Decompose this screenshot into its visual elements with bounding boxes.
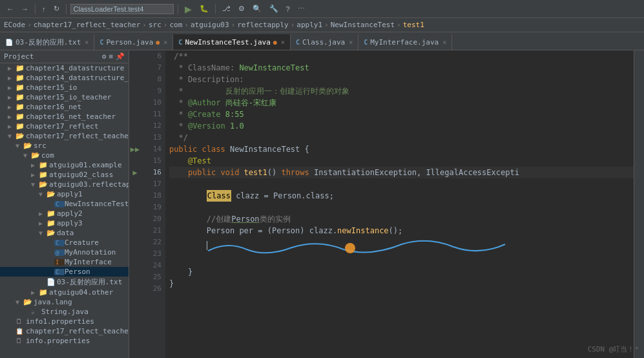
gutter-line-12 — [129, 120, 141, 132]
code-line-16: public void test1() throws Instantiation… — [169, 167, 634, 178]
folder-icon-open: 📂 — [47, 190, 57, 198]
toolbar-separator — [35, 4, 36, 14]
editor-area: ▶▶ ▶ — [129, 50, 644, 358]
tab-class-close[interactable]: × — [349, 39, 353, 46]
sidebar-item-myannotation[interactable]: ▶ @ MyAnnotation — [0, 247, 129, 257]
refresh-button[interactable]: ↻ — [51, 3, 62, 14]
sidebar-item-com[interactable]: ▼ 📂 com — [0, 151, 129, 160]
help-button[interactable]: ? — [284, 4, 293, 14]
forward-button[interactable]: → — [19, 4, 31, 14]
class-icon: C — [54, 240, 65, 246]
sidebar-item-ch14[interactable]: ▶ 📁 chapter14_datastructure — [0, 63, 129, 73]
tab-txt[interactable]: 📄 03-反射的应用.txt × — [0, 34, 94, 50]
settings-button[interactable]: ⚙ — [236, 3, 247, 14]
sidebar-item-stringjava[interactable]: ▶ ☕ String.java — [0, 307, 129, 317]
sidebar-item-atguigu02[interactable]: ▶ 📁 atguigu02_class — [0, 170, 129, 180]
run-config-input[interactable] — [70, 4, 174, 14]
tab-newinstance-close[interactable]: × — [281, 39, 285, 46]
debug-button[interactable]: 🐛 — [197, 3, 211, 14]
gutter-line-13 — [129, 132, 141, 143]
sidebar-item-ch16[interactable]: ▶ 📁 chapter16_net — [0, 102, 129, 112]
annotation-icon: @ — [54, 249, 65, 256]
sidebar-item-atguigu01[interactable]: ▶ 📁 atguigu01.example — [0, 160, 129, 170]
sidebar-item-03txt[interactable]: ▶ 📄 03-反射的应用.txt — [0, 277, 129, 288]
folder-icon-open: 📂 — [47, 229, 57, 237]
sidebar-item-ch14t[interactable]: ▶ 📁 chapter14_datastructure_teacher — [0, 73, 129, 83]
sidebar-settings-icon[interactable]: ⚙ — [102, 52, 107, 61]
myinterface-java-icon: C — [364, 39, 368, 46]
tools-button[interactable]: 🔧 — [267, 3, 281, 14]
tab-newinstance[interactable]: C NewInstanceTest.java ● × — [173, 34, 291, 50]
gutter-line-8 — [129, 74, 141, 85]
breadcrumb-src[interactable]: src — [149, 21, 161, 29]
sidebar-item-label: Person — [65, 268, 90, 276]
sidebar-item-iml[interactable]: ▶ 📋 chapter17_reflect_teacher.iml — [0, 326, 129, 336]
sidebar-item-creature[interactable]: ▶ C Creature — [0, 238, 129, 247]
up-button[interactable]: ↑ — [39, 4, 48, 14]
code-area[interactable]: /** * ClassName: NewInstanceTest * Descr… — [165, 50, 634, 358]
sidebar-item-ch17[interactable]: ▶ 📁 chapter17_reflect — [0, 121, 129, 131]
breadcrumb-newinstancetest[interactable]: NewInstanceTest — [331, 21, 395, 29]
breadcrumb-apply1[interactable]: apply1 — [296, 21, 322, 29]
sidebar-item-atguigu03[interactable]: ▼ 📂 atguigu03.reflectapply — [0, 180, 129, 189]
code-line-21: Person per = (Person) clazz.newInstance(… — [169, 225, 634, 237]
breadcrumb-atguigu03[interactable]: atguigu03 — [191, 21, 229, 29]
sidebar-item-ch15io[interactable]: ▶ 📁 chapter15_io — [0, 83, 129, 92]
tab-myinterface[interactable]: C MyInterface.java × — [358, 34, 452, 50]
sidebar-pin-icon[interactable]: 📌 — [116, 52, 125, 61]
breadcrumb-reflectapply[interactable]: reflectapply — [237, 21, 288, 29]
ln-10: 10 — [141, 97, 161, 109]
sidebar-item-data[interactable]: ▼ 📂 data — [0, 228, 129, 238]
tab-person-close[interactable]: × — [163, 39, 167, 46]
editor-wrapper: 📄 03-反射的应用.txt × C Person.java ● × C New… — [0, 32, 644, 358]
gutter-class-run[interactable]: ▶▶ — [129, 143, 141, 155]
props-icon: 🗒 — [16, 317, 26, 326]
sidebar-item-javalang[interactable]: ▼ 📂 java.lang — [0, 297, 129, 307]
breadcrumb-project[interactable]: chapter17_reflect_teacher — [34, 21, 141, 29]
tab-person[interactable]: C Person.java ● × — [94, 34, 173, 50]
gutter-line-25 — [129, 271, 141, 283]
run-button[interactable]: ▶ — [182, 3, 194, 16]
tab-txt-close[interactable]: × — [85, 39, 88, 46]
tab-person-label: Person.java — [106, 38, 153, 47]
sidebar-collapse-icon[interactable]: ≡ — [109, 52, 113, 61]
sidebar-item-myinterface[interactable]: ▶ I MyInterface — [0, 257, 129, 267]
sidebar-item-ch16t[interactable]: ▶ 📁 chapter16_net_teacher — [0, 112, 129, 121]
sidebar-item-apply1[interactable]: ▼ 📂 apply1 — [0, 189, 129, 199]
breadcrumb-ecode[interactable]: ECode — [4, 21, 25, 29]
sidebar-item-apply3[interactable]: ▶ 📁 apply3 — [0, 218, 129, 228]
folder-icon: 📁 — [39, 161, 49, 169]
git-button[interactable]: ⎇ — [220, 3, 233, 14]
more-button[interactable]: ⋯ — [295, 3, 307, 14]
code-line-17 — [169, 178, 634, 190]
sidebar-item-label: apply3 — [57, 219, 83, 227]
gutter-line-24 — [129, 260, 141, 271]
code-line-13: */ — [169, 132, 634, 143]
code-line-20: //创建Person类的实例 — [169, 213, 634, 225]
sidebar-item-src[interactable]: ▼ 📂 src — [0, 141, 129, 151]
sidebar-item-label: MyAnnotation — [65, 248, 116, 257]
gutter-line-20 — [129, 213, 141, 225]
search-button[interactable]: 🔍 — [250, 3, 264, 14]
tab-class[interactable]: C Class.java × — [291, 34, 358, 50]
code-line-25: } — [169, 278, 634, 290]
sidebar-item-ch17t[interactable]: ▼ 📂 chapter17_reflect_teacher — [0, 131, 129, 141]
sidebar-item-atguigu04[interactable]: ▶ 📁 atguigu04.other — [0, 288, 129, 297]
sidebar-item-apply2[interactable]: ▶ 📁 apply2 — [0, 209, 129, 218]
folder-icon: 📁 — [47, 209, 57, 218]
sidebar-item-person[interactable]: ▶ C Person — [0, 267, 129, 277]
sidebar-item-newinstancetest[interactable]: ▶ C NewInstanceTest — [0, 199, 129, 209]
newinstance-modified-dot: ● — [273, 39, 277, 46]
gutter-line-9 — [129, 85, 141, 97]
sidebar-item-info[interactable]: ▶ 🗒 info.properties — [0, 336, 129, 346]
code-line-19 — [169, 202, 634, 213]
breadcrumb-test1[interactable]: test1 — [403, 21, 424, 29]
sidebar-item-label: chapter15_io_teacher — [26, 93, 111, 101]
breadcrumb-com[interactable]: com — [169, 21, 182, 29]
gutter-method-run[interactable]: ▶ — [129, 167, 141, 178]
sidebar-item-info1[interactable]: ▶ 🗒 info1.properties — [0, 317, 129, 326]
tab-myinterface-close[interactable]: × — [442, 39, 446, 46]
ln-22: 22 — [141, 237, 161, 248]
sidebar-item-ch15iot[interactable]: ▶ 📁 chapter15_io_teacher — [0, 92, 129, 102]
back-button[interactable]: ← — [4, 4, 16, 14]
